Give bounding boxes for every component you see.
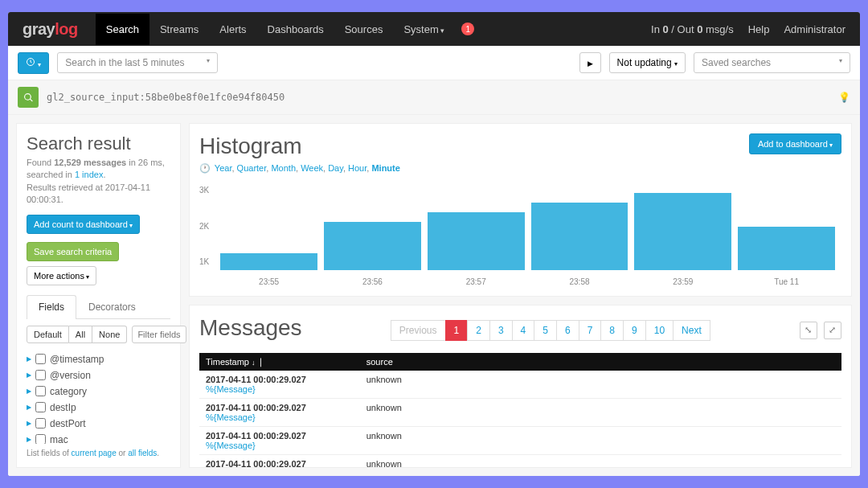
histogram-chart: 3K2K1K 23:5523:5623:5723:5823:59Tue 11 <box>199 182 841 286</box>
collapse-icon[interactable]: ⤢ <box>824 322 841 339</box>
bulb-icon[interactable]: 💡 <box>838 92 850 103</box>
field-checkbox[interactable] <box>35 418 46 429</box>
col-source[interactable]: source <box>360 353 841 371</box>
help-menu[interactable]: Help <box>748 23 770 35</box>
expand-field-icon[interactable]: ▶ <box>27 355 31 363</box>
update-mode-button[interactable]: Not updating <box>609 52 686 73</box>
pager-page-9[interactable]: 9 <box>623 320 646 341</box>
chart-bar[interactable] <box>428 212 525 270</box>
index-link[interactable]: 1 index <box>75 170 103 179</box>
admin-label: Administrator <box>784 23 845 35</box>
nav-item-system[interactable]: System <box>393 14 455 45</box>
histogram-time-links: 🕐 Year, Quarter, Month, Week, Day, Hour,… <box>199 163 400 174</box>
field-checkbox[interactable] <box>35 354 46 364</box>
field-checkbox[interactable] <box>35 434 46 444</box>
nav-item-dashboards[interactable]: Dashboards <box>257 14 334 45</box>
field-item: ▶category <box>27 383 170 400</box>
current-page-link[interactable]: current page <box>72 449 117 457</box>
chart-bar[interactable] <box>324 222 421 270</box>
pager-page-1[interactable]: 1 <box>445 320 469 341</box>
add-to-dashboard-button[interactable]: Add to dashboard <box>749 133 841 154</box>
time-option-month[interactable]: Month <box>271 163 296 173</box>
admin-menu[interactable]: Administrator <box>784 23 845 35</box>
pager-page-6[interactable]: 6 <box>556 320 579 341</box>
field-name: destPort <box>50 418 86 429</box>
time-option-day[interactable]: Day <box>328 163 343 173</box>
nav-item-sources[interactable]: Sources <box>334 14 394 45</box>
chart-bar[interactable] <box>634 193 731 270</box>
field-control-all[interactable]: All <box>69 326 92 343</box>
time-option-hour[interactable]: Hour <box>348 163 366 173</box>
alert-count-badge[interactable]: 1 <box>461 23 474 35</box>
sort-icon: ↓▕ <box>252 359 261 367</box>
pager-page-2[interactable]: 2 <box>467 320 490 341</box>
update-mode-label: Not updating <box>617 57 672 68</box>
field-controls: DefaultAllNone <box>27 326 170 343</box>
messages-pager: Previous12345678910Next <box>391 320 710 341</box>
chart-bar[interactable] <box>220 253 317 270</box>
filter-fields-input[interactable] <box>132 326 186 343</box>
expand-field-icon[interactable]: ▶ <box>27 436 31 443</box>
tab-decorators[interactable]: Decorators <box>76 295 148 318</box>
message-body[interactable]: %{Message} <box>206 384 256 394</box>
nav-item-alerts[interactable]: Alerts <box>209 14 256 45</box>
query-input[interactable]: gl2_source_input:58be0be8f0e1fc0e94f8045… <box>47 92 830 103</box>
field-name: @version <box>50 370 91 381</box>
expand-icon[interactable]: ⤡ <box>800 322 817 339</box>
time-option-quarter[interactable]: Quarter <box>237 163 267 173</box>
message-body[interactable]: %{Message} <box>206 441 256 450</box>
tab-fields[interactable]: Fields <box>27 295 76 319</box>
chart-bar[interactable] <box>531 203 628 270</box>
message-row[interactable]: 2017-04-11 00:00:29.027%{Message}unknown <box>199 399 841 427</box>
add-count-dashboard-button[interactable]: Add count to dashboard <box>27 215 140 234</box>
top-navbar: graylog SearchStreamsAlertsDashboardsSou… <box>8 12 860 46</box>
message-source: unknown <box>360 427 841 455</box>
messages-title: Messages <box>199 315 302 341</box>
nav-item-search[interactable]: Search <box>96 14 149 45</box>
time-range-select[interactable]: Search in the last 5 minutes <box>57 52 218 73</box>
save-criteria-button[interactable]: Save search criteria <box>27 242 119 261</box>
play-button[interactable] <box>579 52 601 73</box>
message-row[interactable]: 2017-04-11 00:00:29.027%{Message}unknown <box>199 371 841 399</box>
message-timestamp: 2017-04-11 00:00:29.027 <box>206 431 354 441</box>
xtick: 23:59 <box>634 277 731 286</box>
field-checkbox[interactable] <box>35 402 46 412</box>
message-body[interactable]: %{Message} <box>206 412 256 422</box>
pager-page-4[interactable]: 4 <box>512 320 535 341</box>
clock-icon: 🕐 <box>199 163 211 173</box>
expand-field-icon[interactable]: ▶ <box>27 371 31 379</box>
pager-page-7[interactable]: 7 <box>579 320 602 341</box>
pager-page-10[interactable]: 10 <box>645 320 674 341</box>
pager-page-8[interactable]: 8 <box>600 320 624 341</box>
time-mode-button[interactable] <box>18 52 49 74</box>
saved-searches-label: Saved searches <box>702 57 771 68</box>
nav-right: In 0 / Out 0 msg/s Help Administrator <box>651 23 845 35</box>
field-item: ▶@timestamp <box>27 351 170 367</box>
time-option-year[interactable]: Year <box>215 163 232 173</box>
field-checkbox[interactable] <box>35 370 46 380</box>
nav-item-streams[interactable]: Streams <box>149 14 209 45</box>
field-checkbox[interactable] <box>35 386 46 396</box>
time-option-week[interactable]: Week <box>301 163 323 173</box>
pager-next[interactable]: Next <box>673 320 710 341</box>
saved-searches-select[interactable]: Saved searches <box>694 52 850 73</box>
time-option-minute[interactable]: Minute <box>371 163 399 173</box>
expand-field-icon[interactable]: ▶ <box>27 404 31 411</box>
all-fields-link[interactable]: all fields <box>128 449 157 457</box>
field-item: ▶destIp <box>27 400 170 416</box>
field-control-default[interactable]: Default <box>27 326 69 343</box>
message-row[interactable]: 2017-04-11 00:00:29.027%{Message}unknown <box>199 455 841 469</box>
more-actions-button[interactable]: More actions <box>27 266 96 285</box>
col-timestamp[interactable]: Timestamp↓▕ <box>199 353 360 371</box>
field-control-none[interactable]: None <box>92 326 127 343</box>
search-icon <box>23 92 34 103</box>
chart-bar[interactable] <box>738 227 835 270</box>
pager-page-5[interactable]: 5 <box>534 320 557 341</box>
pager-page-3[interactable]: 3 <box>489 320 513 341</box>
pager-prev[interactable]: Previous <box>391 320 446 341</box>
message-timestamp: 2017-04-11 00:00:29.027 <box>206 459 354 468</box>
message-row[interactable]: 2017-04-11 00:00:29.027%{Message}unknown <box>199 427 841 455</box>
expand-field-icon[interactable]: ▶ <box>27 420 31 427</box>
search-button[interactable] <box>18 87 39 108</box>
expand-field-icon[interactable]: ▶ <box>27 388 31 395</box>
